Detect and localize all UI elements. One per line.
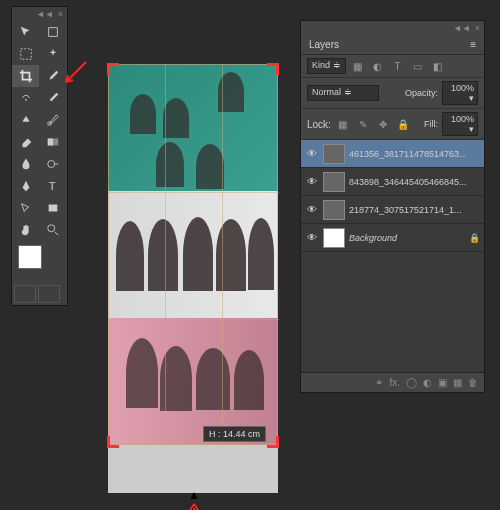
svg-point-5 [48, 161, 55, 168]
filter-kind-select[interactable]: Kind ≑ [307, 58, 346, 74]
svg-point-8 [48, 225, 55, 232]
lock-all-icon[interactable]: 🔒 [395, 117, 411, 131]
blend-row: Normal ≑ Opacity: 100% ▾ [301, 78, 484, 109]
tools-panel: ◄◄ × T [11, 6, 68, 306]
filter-type-icon[interactable]: T [390, 59, 406, 73]
link-layers-icon[interactable]: ⚭ [375, 377, 383, 388]
canvas-image-2 [108, 191, 278, 318]
gradient-tool[interactable] [40, 131, 67, 153]
crop-tool[interactable] [12, 65, 39, 87]
type-tool[interactable]: T [40, 175, 67, 197]
artboard-tool[interactable] [40, 21, 67, 43]
svg-rect-0 [20, 49, 31, 60]
close-icon[interactable]: × [58, 9, 63, 19]
visibility-toggle-icon[interactable]: 👁 [305, 176, 319, 187]
svg-rect-7 [49, 205, 58, 212]
adjustment-layer-icon[interactable]: ◐ [423, 377, 432, 388]
layer-row[interactable]: 👁 843898_346445405466845... [301, 168, 484, 196]
filter-smart-icon[interactable]: ◧ [430, 59, 446, 73]
svg-text:T: T [49, 180, 56, 192]
layer-list-empty [301, 252, 484, 372]
filter-shape-icon[interactable]: ▭ [410, 59, 426, 73]
layer-name[interactable]: Background [349, 233, 465, 243]
lock-icon: 🔒 [469, 233, 480, 243]
blend-mode-select[interactable]: Normal ≑ [307, 85, 379, 101]
lock-pixels-icon[interactable]: ✎ [355, 117, 371, 131]
collapse-icon[interactable]: ◄◄ [36, 9, 54, 19]
layer-mask-icon[interactable]: ◯ [406, 377, 417, 388]
screen-mode-buttons [12, 283, 67, 305]
clone-stamp-tool[interactable] [12, 109, 39, 131]
opacity-input[interactable]: 100% ▾ [442, 81, 478, 105]
visibility-toggle-icon[interactable]: 👁 [305, 148, 319, 159]
eyedropper-tool[interactable] [40, 65, 67, 87]
lock-transparency-icon[interactable]: ▦ [335, 117, 351, 131]
dodge-tool[interactable] [40, 153, 67, 175]
fill-input[interactable]: 100% ▾ [442, 112, 478, 136]
layers-footer: ⚭ fx. ◯ ◐ ▣ ▦ 🗑 [301, 372, 484, 392]
layers-tab[interactable]: Layers ≡ [301, 35, 484, 55]
path-selection-tool[interactable] [12, 197, 39, 219]
filter-adjustment-icon[interactable]: ◐ [370, 59, 386, 73]
layers-panel-header: ◄◄ × [301, 21, 484, 35]
screen-mode-toggle[interactable] [38, 285, 60, 303]
blend-mode-label: Normal [312, 87, 341, 97]
tools-grid: T [12, 21, 67, 241]
layer-row[interactable]: 👁 Background 🔒 [301, 224, 484, 252]
quick-mask-toggle[interactable] [14, 285, 36, 303]
zoom-tool[interactable] [40, 219, 67, 241]
layer-list: 👁 461356_381711478514763... 👁 843898_346… [301, 140, 484, 372]
foreground-color-swatch[interactable] [18, 245, 42, 269]
hand-tool[interactable] [12, 219, 39, 241]
fill-label: Fill: [424, 119, 438, 129]
layer-filter-row: Kind ≑ ▦ ◐ T ▭ ◧ [301, 55, 484, 78]
lock-label: Lock: [307, 119, 331, 130]
layer-thumbnail[interactable] [323, 228, 345, 248]
delete-layer-icon[interactable]: 🗑 [468, 377, 478, 388]
visibility-toggle-icon[interactable]: 👁 [305, 204, 319, 215]
layer-name[interactable]: 461356_381711478514763... [349, 149, 480, 159]
opacity-label: Opacity: [405, 88, 438, 98]
collapse-icon[interactable]: ◄◄ [453, 23, 471, 33]
magic-wand-tool[interactable] [40, 43, 67, 65]
eraser-tool[interactable] [12, 131, 39, 153]
new-layer-icon[interactable]: ▦ [453, 377, 462, 388]
annotation-arrow-up [186, 502, 202, 510]
layer-name[interactable]: 218774_307517521714_1... [349, 205, 480, 215]
layers-panel: ◄◄ × Layers ≡ Kind ≑ ▦ ◐ T ▭ ◧ Normal ≑ … [300, 20, 485, 393]
layer-thumbnail[interactable] [323, 200, 345, 220]
group-icon[interactable]: ▣ [438, 377, 447, 388]
panel-menu-icon[interactable]: ≡ [470, 39, 476, 50]
color-swatches[interactable] [12, 241, 67, 283]
crop-extend-area [108, 445, 278, 493]
layer-thumbnail[interactable] [323, 172, 345, 192]
svg-point-1 [25, 99, 27, 101]
rectangular-marquee-tool[interactable] [12, 43, 39, 65]
close-icon[interactable]: × [475, 23, 480, 33]
rectangle-tool[interactable] [40, 197, 67, 219]
move-tool[interactable] [12, 21, 39, 43]
dropdown-icon: ≑ [344, 87, 352, 97]
history-brush-tool[interactable] [40, 109, 67, 131]
lock-position-icon[interactable]: ✥ [375, 117, 391, 131]
canvas[interactable]: H : 14.44 cm ▲▼ [108, 64, 278, 494]
layers-tab-label: Layers [309, 39, 339, 50]
blur-tool[interactable] [12, 153, 39, 175]
lock-row: Lock: ▦ ✎ ✥ 🔒 Fill: 100% ▾ [301, 109, 484, 140]
layer-name[interactable]: 843898_346445405466845... [349, 177, 480, 187]
spot-healing-tool[interactable] [12, 87, 39, 109]
pen-tool[interactable] [12, 175, 39, 197]
canvas-image-1 [108, 64, 278, 191]
layer-style-icon[interactable]: fx. [389, 377, 400, 388]
visibility-toggle-icon[interactable]: 👁 [305, 232, 319, 243]
layer-thumbnail[interactable] [323, 144, 345, 164]
svg-rect-4 [48, 139, 53, 146]
brush-tool[interactable] [40, 87, 67, 109]
tools-panel-header: ◄◄ × [12, 7, 67, 21]
layer-row[interactable]: 👁 461356_381711478514763... [301, 140, 484, 168]
layer-row[interactable]: 👁 218774_307517521714_1... [301, 196, 484, 224]
crop-dimension-badge: H : 14.44 cm [203, 426, 266, 442]
filter-pixel-icon[interactable]: ▦ [350, 59, 366, 73]
